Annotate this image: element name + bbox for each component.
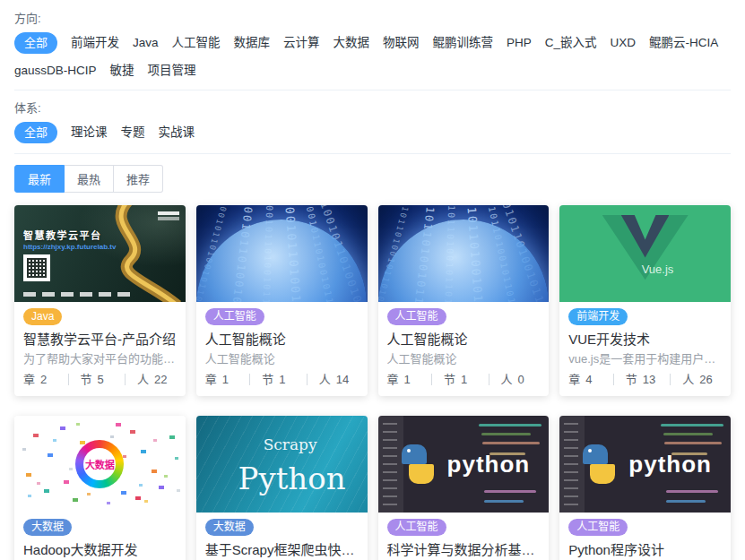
direction-filter-item[interactable]: 鲲鹏云-HCIA bbox=[649, 34, 718, 52]
qr-code bbox=[23, 254, 50, 281]
stat-chapter-label: 章 bbox=[23, 371, 35, 388]
direction-filter-item[interactable]: 大数据 bbox=[334, 34, 370, 52]
direction-filter-item[interactable]: 人工智能 bbox=[172, 34, 221, 52]
course-cover-image: 010110100101101001 010110100101101001 01… bbox=[378, 205, 550, 302]
cover-footer-marks bbox=[23, 292, 130, 297]
stats-divider bbox=[670, 374, 671, 385]
system-filter-label: 体系: bbox=[14, 99, 731, 116]
stat-section-value: 1 bbox=[279, 371, 285, 388]
sort-tabs: 最新 最热 推荐 bbox=[14, 165, 163, 193]
direction-filter-item[interactable]: 前端开发 bbox=[71, 34, 119, 52]
course-card[interactable]: python 人工智能 科学计算与数据分析基础(Pyth... 本课程介绍Num… bbox=[378, 416, 550, 560]
direction-filter-item[interactable]: PHP bbox=[507, 34, 532, 52]
system-filter-item[interactable]: 专题 bbox=[121, 124, 145, 142]
stat-section-value: 1 bbox=[461, 371, 467, 388]
binary-stream: 100101101001011010 bbox=[196, 205, 230, 302]
course-tag[interactable]: 人工智能 bbox=[387, 519, 446, 536]
course-title[interactable]: 科学计算与数据分析基础(Pyth... bbox=[387, 540, 541, 559]
course-title[interactable]: Python程序设计 bbox=[568, 540, 722, 559]
direction-filter-item[interactable]: C_嵌入式 bbox=[545, 34, 597, 52]
course-stats: 章1 节1 人0 bbox=[387, 371, 541, 388]
python-logo-text: python bbox=[447, 451, 531, 478]
stat-chapter-label: 章 bbox=[387, 371, 399, 388]
course-card[interactable]: python 人工智能 Python程序设计 全面掌握Python编程语言的基本… bbox=[559, 416, 731, 560]
course-desc: 人工智能概论 bbox=[387, 350, 541, 367]
stat-section-label: 节 bbox=[626, 371, 637, 388]
stat-chapter-label: 章 bbox=[205, 371, 217, 388]
direction-filter-item[interactable]: 项目管理 bbox=[148, 62, 196, 80]
course-cover-image: python bbox=[378, 416, 550, 513]
system-filter-item[interactable]: 理论课 bbox=[71, 124, 108, 142]
direction-filter-item[interactable]: 数据库 bbox=[234, 34, 271, 52]
stat-section-label: 节 bbox=[262, 371, 273, 388]
stat-section-label: 节 bbox=[81, 371, 92, 388]
course-title[interactable]: Hadoop大数据开发 bbox=[23, 540, 177, 559]
course-catalog-page: 方向: 全部 前端开发 Java 人工智能 数据库 云计算 大数据 物联网 鲲鹏… bbox=[0, 0, 745, 560]
course-title[interactable]: 智慧教学云平台-产品介绍 bbox=[23, 330, 177, 349]
binary-stream: 100101101001011010 bbox=[225, 205, 256, 302]
stats-divider bbox=[307, 374, 308, 385]
course-cover-image: 大数据 bbox=[14, 416, 186, 513]
course-card[interactable]: 大数据 大数据 Hadoop大数据开发 Hadoop大数据开发介绍 章8 节34… bbox=[14, 416, 186, 560]
course-title[interactable]: VUE开发技术 bbox=[568, 330, 722, 349]
course-desc: 人工智能概论 bbox=[205, 350, 359, 367]
course-title[interactable]: 基于Scrapy框架爬虫快速开发(... bbox=[205, 540, 359, 559]
direction-filter-item[interactable]: 鲲鹏训练营 bbox=[433, 34, 494, 52]
course-card-body: 人工智能 Python程序设计 全面掌握Python编程语言的基本语... 章9… bbox=[559, 513, 731, 560]
sort-tab-hottest[interactable]: 最热 bbox=[65, 165, 114, 193]
course-cover-image: python bbox=[559, 416, 731, 513]
course-card-body: 人工智能 科学计算与数据分析基础(Pyth... 本课程介绍NumPy入门和数据… bbox=[378, 513, 550, 560]
stat-person-value: 14 bbox=[336, 371, 349, 388]
course-card-body: 前端开发 VUE开发技术 vue.js是一套用于构建用户界面的... 章4 节1… bbox=[559, 302, 731, 396]
sort-tab-newest[interactable]: 最新 bbox=[14, 165, 65, 193]
course-tag[interactable]: 前端开发 bbox=[568, 308, 628, 325]
stat-chapter-value: 4 bbox=[585, 371, 592, 388]
course-tag[interactable]: 大数据 bbox=[23, 519, 72, 536]
stats-divider bbox=[489, 374, 489, 385]
system-filter-items: 全部 理论课 专题 实战课 bbox=[14, 122, 731, 143]
course-stats: 章1 节1 人14 bbox=[205, 371, 359, 388]
direction-filter-item-all[interactable]: 全部 bbox=[14, 32, 57, 54]
course-card[interactable]: 智慧教学云平台 https://zhjxy.kp.futurelab.tv Ja… bbox=[14, 205, 186, 396]
direction-filter-item[interactable]: gaussDB-HCIP bbox=[14, 62, 97, 80]
course-desc: 为了帮助大家对平台的功能加深理... bbox=[23, 350, 177, 367]
cover-url: https://zhjxy.kp.futurelab.tv bbox=[23, 243, 116, 251]
course-tag[interactable]: 人工智能 bbox=[387, 308, 446, 325]
course-cover-image: 智慧教学云平台 https://zhjxy.kp.futurelab.tv bbox=[14, 205, 186, 302]
cover-python-text: Python bbox=[238, 461, 346, 496]
course-card[interactable]: Vue.js 前端开发 VUE开发技术 vue.js是一套用于构建用户界面的..… bbox=[559, 205, 731, 396]
course-tag[interactable]: 人工智能 bbox=[568, 519, 628, 536]
direction-filter-item[interactable]: 物联网 bbox=[383, 34, 420, 52]
direction-filter-item[interactable]: 敏捷 bbox=[110, 62, 134, 80]
stats-divider bbox=[249, 374, 250, 385]
course-card[interactable]: Scrapy Python 大数据 基于Scrapy框架爬虫快速开发(... 本… bbox=[196, 416, 368, 560]
stat-chapter-label: 章 bbox=[568, 371, 580, 388]
course-card-body: 人工智能 人工智能概论 人工智能概论 章1 节1 人14 bbox=[196, 302, 368, 396]
course-title[interactable]: 人工智能概论 bbox=[387, 330, 541, 349]
course-card[interactable]: 010110100101101001 010110100101101001 01… bbox=[378, 205, 550, 396]
python-logo-row: python bbox=[559, 416, 731, 513]
binary-stream: 010110100101101001 bbox=[463, 205, 488, 302]
course-tag[interactable]: Java bbox=[23, 308, 62, 325]
course-cover-image: Scrapy Python bbox=[196, 416, 368, 513]
binary-stream: 010110100101101001 bbox=[406, 205, 437, 302]
python-logo bbox=[578, 444, 619, 485]
system-filter-item[interactable]: 实战课 bbox=[159, 124, 195, 142]
python-logo-text: python bbox=[628, 451, 712, 478]
sort-tab-recommended[interactable]: 推荐 bbox=[114, 165, 163, 193]
course-stats: 章2 节5 人22 bbox=[23, 371, 177, 388]
course-title[interactable]: 人工智能概论 bbox=[205, 330, 359, 349]
binary-stream: 100101101001011010 bbox=[317, 205, 367, 302]
stats-divider bbox=[125, 374, 126, 385]
binary-stream: 100101101001011010 bbox=[260, 205, 274, 302]
stat-person-label: 人 bbox=[137, 371, 149, 388]
direction-filter-item[interactable]: UXD bbox=[611, 34, 637, 52]
system-filter-item-all[interactable]: 全部 bbox=[14, 122, 57, 143]
course-card[interactable]: 100101101001011010 100101101001011010 10… bbox=[196, 205, 368, 396]
course-tag[interactable]: 大数据 bbox=[205, 519, 254, 536]
direction-filter-item[interactable]: Java bbox=[133, 34, 159, 52]
course-tag[interactable]: 人工智能 bbox=[205, 308, 264, 325]
direction-filter-item[interactable]: 云计算 bbox=[283, 34, 320, 52]
direction-filter-section: 方向: 全部 前端开发 Java 人工智能 数据库 云计算 大数据 物联网 鲲鹏… bbox=[14, 9, 731, 80]
stat-section-value: 13 bbox=[643, 371, 655, 388]
